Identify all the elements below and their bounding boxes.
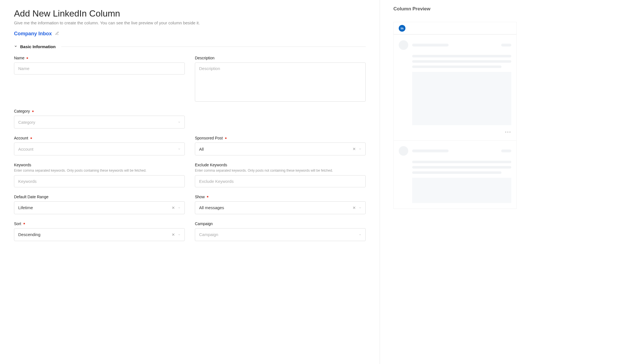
- page-title: Add New LinkedIn Column: [14, 8, 366, 19]
- required-indicator: [27, 57, 28, 59]
- skeleton-line: [412, 55, 511, 57]
- chevron-down-icon: [359, 233, 361, 236]
- clear-icon[interactable]: ✕: [172, 233, 175, 237]
- skeleton-image: [412, 72, 511, 125]
- skeleton-line: [412, 150, 449, 152]
- chevron-down-icon: [178, 121, 181, 123]
- sort-select[interactable]: Descending ✕: [14, 228, 185, 241]
- category-label: Category: [14, 109, 185, 113]
- skeleton-line: [412, 44, 449, 46]
- description-label: Description: [195, 56, 366, 60]
- exclude-keywords-label: Exclude Keywords: [195, 163, 366, 167]
- clear-icon[interactable]: ✕: [353, 206, 356, 210]
- column-name-link[interactable]: Company Inbox: [14, 31, 52, 37]
- avatar: [399, 40, 408, 50]
- chevron-down-icon: [359, 148, 361, 150]
- skeleton-line: [412, 171, 501, 174]
- clear-icon[interactable]: ✕: [353, 147, 356, 151]
- skeleton-image: [412, 178, 511, 203]
- preview-column: in •••: [393, 22, 517, 209]
- skeleton-line: [412, 166, 511, 169]
- show-label: Show: [195, 195, 366, 199]
- account-select[interactable]: Account: [14, 143, 185, 155]
- name-label: Name: [14, 56, 185, 60]
- sponsored-select[interactable]: All ✕: [195, 143, 366, 155]
- section-basic-info-toggle[interactable]: Basic Information: [14, 44, 366, 49]
- preview-column-header: in: [394, 22, 516, 34]
- exclude-keywords-hint: Enter comma separated keywords. Only pos…: [195, 168, 366, 173]
- exclude-keywords-input[interactable]: [195, 175, 366, 187]
- date-range-label: Default Date Range: [14, 195, 185, 199]
- chevron-down-icon: [359, 206, 361, 209]
- skeleton-line: [501, 150, 511, 152]
- skeleton-line: [412, 66, 501, 68]
- keywords-hint: Enter comma separated keywords. Only pos…: [14, 168, 185, 173]
- required-indicator: [31, 137, 32, 139]
- chevron-down-icon: [14, 44, 17, 49]
- sponsored-label: Sponsored Post: [195, 136, 366, 140]
- name-input[interactable]: [14, 62, 185, 74]
- category-select[interactable]: Category: [14, 116, 185, 129]
- chevron-down-icon: [178, 206, 181, 209]
- more-icon[interactable]: •••: [505, 130, 511, 135]
- date-range-select[interactable]: Lifetime ✕: [14, 201, 185, 214]
- show-select[interactable]: All messages ✕: [195, 201, 366, 214]
- keywords-input[interactable]: [14, 175, 185, 187]
- section-title: Basic Information: [20, 44, 56, 49]
- required-indicator: [24, 223, 25, 224]
- campaign-label: Campaign: [195, 221, 366, 226]
- skeleton-line: [412, 60, 511, 63]
- sort-label: Sort: [14, 221, 185, 226]
- required-indicator: [225, 137, 227, 139]
- page-subtitle: Give me the information to create the co…: [14, 20, 366, 25]
- skeleton-line: [501, 44, 511, 46]
- preview-title: Column Preview: [393, 6, 633, 12]
- divider: [61, 46, 366, 47]
- clear-icon[interactable]: ✕: [172, 206, 175, 210]
- description-input[interactable]: [195, 62, 366, 102]
- avatar: [399, 146, 408, 156]
- skeleton-line: [412, 161, 511, 163]
- chevron-down-icon: [178, 148, 181, 150]
- preview-card: •••: [394, 34, 516, 140]
- required-indicator: [32, 111, 34, 112]
- account-label: Account: [14, 136, 185, 140]
- preview-card: [394, 140, 516, 209]
- required-indicator: [207, 196, 208, 197]
- edit-icon[interactable]: [55, 31, 59, 36]
- linkedin-icon: in: [399, 25, 405, 32]
- chevron-down-icon: [178, 233, 181, 236]
- campaign-select[interactable]: Campaign: [195, 228, 366, 241]
- keywords-label: Keywords: [14, 163, 185, 167]
